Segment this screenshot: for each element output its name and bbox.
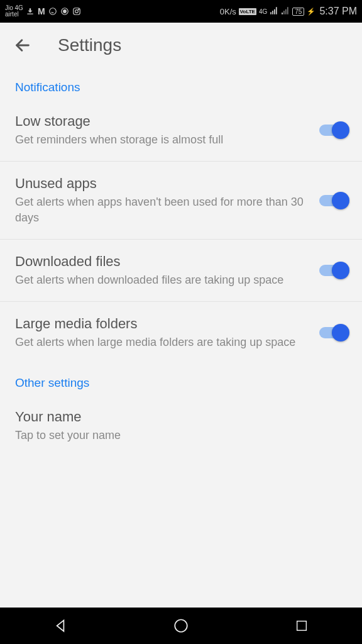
- setting-title: Your name: [15, 409, 347, 425]
- toggle-large-media[interactable]: [319, 327, 347, 338]
- carrier-label: Jio 4G airtel: [5, 5, 23, 18]
- download-icon: [26, 7, 35, 16]
- status-notif-icons: M: [26, 6, 81, 16]
- setting-text: Downloaded files Get alerts when downloa…: [15, 253, 307, 287]
- status-right: 0K/s VoLTE 4G 75 ⚡ 5:37 PM: [220, 6, 357, 17]
- signal-icon-2: [281, 6, 290, 17]
- page-title: Settings: [58, 35, 121, 55]
- svg-point-4: [75, 10, 78, 13]
- nav-back-button[interactable]: [41, 613, 79, 638]
- setting-title: Unused apps: [15, 175, 307, 192]
- other-list: Your name Tap to set your name: [0, 395, 362, 457]
- content-area: Settings Notifications Low storage Get r…: [0, 23, 362, 608]
- battery-indicator: 75: [292, 8, 304, 16]
- toggle-unused-apps[interactable]: [319, 195, 347, 206]
- setting-desc: Get reminders when storage is almost ful…: [15, 132, 307, 147]
- setting-desc: Get alerts when large media folders are …: [15, 335, 307, 350]
- signal-icon: [270, 6, 278, 17]
- setting-text: Large media folders Get alerts when larg…: [15, 316, 307, 350]
- setting-desc: Get alerts when downloaded files are tak…: [15, 272, 307, 287]
- setting-desc: Get alerts when apps haven't been used f…: [15, 194, 307, 225]
- setting-title: Downloaded files: [15, 253, 307, 270]
- whatsapp-icon: [48, 7, 57, 16]
- setting-title: Low storage: [15, 113, 307, 130]
- android-nav-bar: [0, 608, 362, 644]
- setting-large-media[interactable]: Large media folders Get alerts when larg…: [0, 302, 362, 364]
- svg-point-5: [78, 9, 79, 9]
- nav-recent-button[interactable]: [283, 613, 321, 638]
- setting-unused-apps[interactable]: Unused apps Get alerts when apps haven't…: [0, 162, 362, 240]
- setting-desc: Tap to set your name: [15, 428, 347, 443]
- back-button[interactable]: [8, 30, 38, 60]
- charging-icon: ⚡: [307, 8, 315, 16]
- setting-text: Your name Tap to set your name: [15, 409, 347, 443]
- svg-rect-8: [297, 621, 307, 631]
- status-left: Jio 4G airtel M: [5, 5, 81, 18]
- volte-badge: VoLTE: [239, 8, 256, 15]
- m-icon: M: [38, 6, 45, 16]
- nav-home-button[interactable]: [162, 613, 200, 638]
- time-label: 5:37 PM: [319, 6, 357, 17]
- setting-text: Unused apps Get alerts when apps haven't…: [15, 175, 307, 225]
- net-label: 4G: [259, 8, 267, 15]
- toggle-downloaded-files[interactable]: [319, 265, 347, 276]
- android-status-bar: Jio 4G airtel M 0K/s VoLTE 4G: [0, 0, 362, 23]
- section-header-other: Other settings: [0, 364, 362, 395]
- setting-low-storage[interactable]: Low storage Get reminders when storage i…: [0, 99, 362, 162]
- instagram-icon: [72, 7, 81, 16]
- toggle-low-storage[interactable]: [319, 125, 347, 136]
- svg-point-2: [63, 10, 66, 13]
- notifications-list: Low storage Get reminders when storage i…: [0, 99, 362, 364]
- speed-label: 0K/s: [220, 7, 236, 16]
- circle-icon: [60, 7, 69, 16]
- app-bar: Settings: [0, 23, 362, 68]
- setting-title: Large media folders: [15, 316, 307, 332]
- setting-your-name[interactable]: Your name Tap to set your name: [0, 395, 362, 457]
- setting-downloaded-files[interactable]: Downloaded files Get alerts when downloa…: [0, 240, 362, 302]
- svg-point-7: [175, 619, 187, 632]
- svg-point-0: [49, 8, 56, 15]
- setting-text: Low storage Get reminders when storage i…: [15, 113, 307, 147]
- section-header-notifications: Notifications: [0, 68, 362, 99]
